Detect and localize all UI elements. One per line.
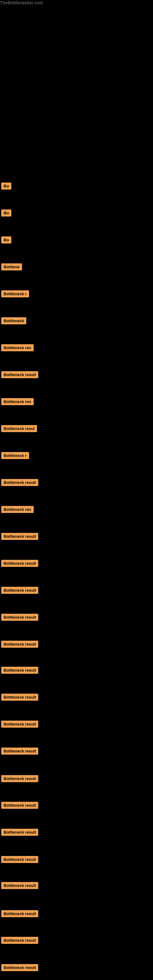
bottleneck-result-label: Bottleneck result — [1, 694, 38, 701]
bottleneck-result-label: Bottleneck r — [1, 452, 29, 459]
bottleneck-result-label: Bottleneck result — [1, 856, 38, 863]
site-title: TheBottlenecker.com — [0, 0, 153, 5]
bottleneck-result-label: Bottlene — [1, 263, 22, 270]
bottleneck-result-label: Bo — [1, 236, 11, 243]
bottleneck-result-label: Bottleneck result — [1, 964, 38, 971]
bottleneck-result-label: Bottleneck r — [1, 290, 29, 298]
bottleneck-result-label: Bottleneck result — [1, 802, 38, 809]
bottleneck-result-label: Bottleneck res — [1, 398, 33, 405]
bottleneck-result-label: Bottleneck result — [1, 479, 38, 486]
bottleneck-result-label: Bottleneck result — [1, 829, 38, 836]
bottleneck-result-label: Bottleneck result — [1, 882, 38, 889]
bottleneck-result-label: Bottleneck result — [1, 667, 38, 674]
bottleneck-result-label: Bottleneck result — [1, 937, 38, 944]
bottleneck-result-label: Bottleneck result — [1, 614, 38, 621]
bottleneck-result-label: Bo — [1, 210, 11, 216]
bottleneck-result-label: Bottleneck result — [1, 641, 38, 648]
bottleneck-result-label: Bottleneck resul — [1, 425, 37, 432]
bottleneck-result-label: Bottleneck result — [1, 560, 38, 567]
bottleneck-result-label: Bottleneck res — [1, 506, 33, 513]
bottleneck-result-label: Bo — [1, 183, 11, 189]
bottleneck-result-label: Bottleneck result — [1, 371, 38, 378]
bottleneck-result-label: Bottleneck result — [1, 910, 38, 917]
bottleneck-result-label: Bottleneck result — [1, 587, 38, 594]
bottleneck-result-label: Bottleneck result — [1, 775, 38, 782]
bottleneck-result-label: Bottleneck result — [1, 721, 38, 728]
bottleneck-result-label: Bottleneck result — [1, 748, 38, 755]
bottleneck-result-label: Bottleneck res — [1, 344, 33, 351]
bottleneck-result-label: Bottleneck — [1, 317, 26, 324]
bottleneck-result-label: Bottleneck result — [1, 533, 38, 540]
